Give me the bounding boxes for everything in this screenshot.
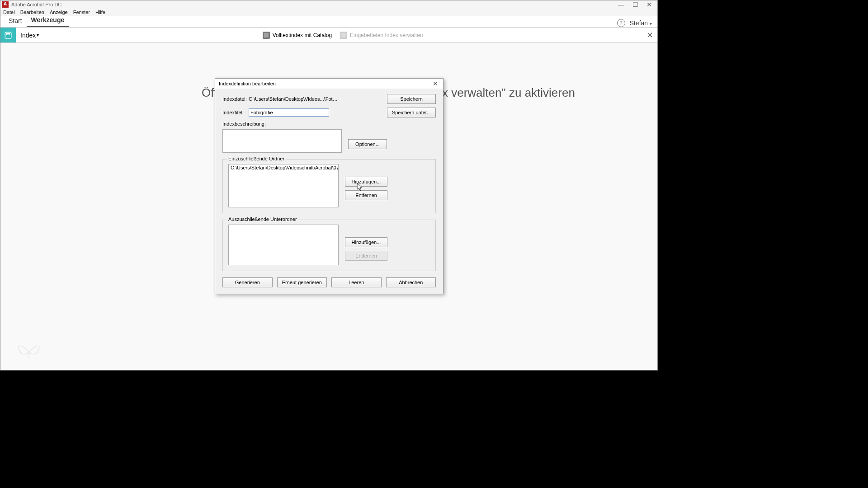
cancel-button[interactable]: Abbrechen — [386, 277, 436, 287]
embedded-index-icon — [340, 32, 347, 39]
close-window-icon[interactable]: ✕ — [646, 0, 652, 9]
include-remove-button[interactable]: Entfernen — [345, 190, 387, 200]
menu-window[interactable]: Fenster — [73, 9, 90, 15]
save-as-button[interactable]: Speichern unter... — [387, 108, 436, 117]
maximize-icon[interactable]: ☐ — [632, 0, 638, 9]
exclude-remove-button: Entfernen — [345, 251, 387, 261]
butterfly-watermark-icon — [13, 333, 45, 365]
menu-help[interactable]: Hilfe — [95, 9, 105, 15]
app-window: Adobe Acrobat Pro DC — ☐ ✕ Datei Bearbei… — [0, 0, 658, 371]
tab-tools[interactable]: Werkzeuge — [27, 14, 69, 27]
index-dropdown[interactable]: Index▾ — [16, 28, 43, 42]
help-icon[interactable]: ? — [617, 19, 625, 27]
tool-toolbar: Index▾ Volltextindex mit Catalog Eingebe… — [0, 28, 657, 43]
indexfile-value: C:\Users\Stefan\Desktop\Videos...\Fotogr… — [249, 96, 339, 102]
options-button[interactable]: Optionen... — [348, 139, 387, 149]
chevron-down-icon: ▾ — [650, 21, 652, 26]
indextitle-label: Indextitel: — [222, 110, 245, 115]
include-add-button[interactable]: Hinzufügen... — [345, 177, 387, 187]
exclude-listbox[interactable] — [228, 225, 339, 265]
generate-button[interactable]: Generieren — [222, 277, 273, 287]
save-button[interactable]: Speichern — [387, 94, 436, 104]
include-folders-group: Einzuschließende Ordner C:\Users\Stefan\… — [222, 159, 436, 213]
svg-rect-3 — [341, 33, 346, 38]
include-listbox[interactable]: C:\Users\Stefan\Desktop\Videoschnitt\Acr… — [228, 164, 339, 207]
app-icon — [2, 1, 9, 8]
clear-button[interactable]: Leeren — [331, 277, 382, 287]
exclude-add-button[interactable]: Hinzufügen... — [345, 237, 387, 247]
tab-start[interactable]: Start — [4, 15, 27, 27]
svg-rect-2 — [264, 33, 269, 38]
description-label: Indexbeschreibung: — [222, 121, 436, 127]
tool-icon — [0, 28, 16, 42]
content-area: Öffnen Sie eine Datei, um "Eingebetteten… — [0, 43, 657, 370]
indextitle-input[interactable] — [249, 108, 329, 117]
include-label: Einzuschließende Ordner — [226, 156, 286, 161]
dialog-close-icon[interactable]: ✕ — [431, 80, 439, 88]
svg-rect-1 — [6, 33, 10, 35]
close-tool-icon[interactable]: ✕ — [642, 28, 657, 42]
tabs-bar: Start Werkzeuge ? Stefan ▾ — [0, 16, 657, 28]
indexfile-label: Indexdatei: — [222, 96, 245, 102]
toolbar-embedded-button: Eingebetteten Index verwalten — [340, 32, 423, 39]
app-title: Adobe Acrobat Pro DC — [11, 2, 61, 7]
description-textarea[interactable] — [222, 129, 342, 153]
exclude-label: Auszuschließende Unterordner — [226, 216, 299, 222]
list-item[interactable]: C:\Users\Stefan\Desktop\Videoschnitt\Acr… — [229, 164, 338, 171]
chevron-down-icon: ▾ — [37, 33, 39, 38]
dialog-title: Indexdefinition bearbeiten — [219, 81, 276, 86]
catalog-icon — [263, 32, 270, 39]
exclude-folders-group: Auszuschließende Unterordner Hinzufügen.… — [222, 220, 436, 271]
regenerate-button[interactable]: Erneut generieren — [277, 277, 327, 287]
edit-index-definition-dialog: Indexdefinition bearbeiten ✕ Indexdatei:… — [215, 78, 443, 294]
minimize-icon[interactable]: — — [618, 0, 624, 9]
menu-bar: Datei Bearbeiten Anzeige Fenster Hilfe — [0, 9, 657, 16]
menu-file[interactable]: Datei — [3, 9, 15, 15]
toolbar-fulltext-button[interactable]: Volltextindex mit Catalog — [263, 32, 332, 39]
title-bar: Adobe Acrobat Pro DC — ☐ ✕ — [0, 0, 657, 9]
user-menu[interactable]: Stefan ▾ — [630, 19, 652, 27]
